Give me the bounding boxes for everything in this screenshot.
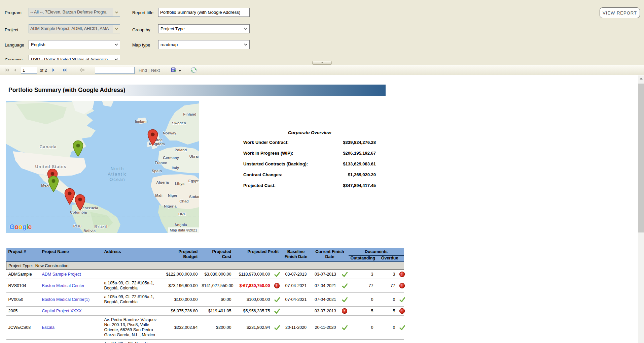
chevron-down-icon bbox=[112, 43, 120, 46]
program-label: Program bbox=[5, 10, 22, 15]
table-body: ADMSample ADM Sample Project $122,000,00… bbox=[6, 270, 404, 343]
alert-icon: ! bbox=[274, 283, 280, 288]
language-select[interactable]: English bbox=[29, 40, 120, 49]
report-title-input[interactable] bbox=[158, 8, 250, 17]
corporate-metric-label: Unstarted Contracts (Backlog): bbox=[243, 161, 308, 166]
cell-project-name: ADM Sample Project bbox=[40, 270, 102, 279]
program-value: -- All --, 7Eleven, Barzan Defense Progr… bbox=[29, 8, 113, 17]
cell-project-name: Escala bbox=[40, 316, 102, 340]
report-title-label: Report title bbox=[132, 10, 153, 15]
cell-documents-outstanding: 0 bbox=[349, 316, 375, 340]
map-copyright: Map data ©2021 bbox=[168, 227, 199, 233]
map-type-value: roadmap bbox=[158, 42, 242, 47]
map-country-label: Algeria bbox=[156, 180, 169, 184]
corporate-metric-row: Work in Progress (WIP): $206,195,192.67 bbox=[243, 151, 376, 161]
view-report-button[interactable]: VIEW REPORT bbox=[600, 7, 640, 18]
program-dropdown-arrow-icon[interactable] bbox=[113, 8, 120, 17]
search-text-input[interactable] bbox=[95, 67, 135, 74]
cell-projected-profit: $-67,830,750.00 bbox=[234, 279, 272, 293]
find-next-separator: | bbox=[148, 68, 149, 73]
corporate-metric-value: $133,629,083.61 bbox=[343, 161, 376, 166]
cell-profit-status-icon bbox=[272, 307, 281, 316]
cell-projected-cost: $200.00 bbox=[200, 316, 234, 340]
check-icon bbox=[399, 325, 402, 330]
cell-documents-outstanding: 77 bbox=[349, 279, 375, 293]
cell-current-finish-status-icon: ! bbox=[340, 307, 349, 316]
map-pin-icon-green[interactable] bbox=[72, 140, 84, 157]
corporate-overview: Corporate Overview Work Under Contract: … bbox=[243, 130, 376, 194]
col-header-projected-budget: Projected Budget bbox=[163, 248, 200, 262]
corporate-metric-value: $347,894,417.45 bbox=[343, 183, 376, 188]
cell-profit-status-icon bbox=[272, 340, 281, 343]
cell-overdue-status-icon bbox=[397, 316, 404, 340]
project-dropdown-arrow-icon[interactable] bbox=[113, 25, 120, 33]
cell-profit-status-icon: ! bbox=[272, 279, 281, 293]
language-value: English bbox=[29, 42, 112, 47]
back-to-parent-button[interactable] bbox=[78, 66, 86, 74]
cell-current-finish-status-icon bbox=[340, 270, 349, 279]
table-row: RVS0105 Hamilton Quad Maintenance Ac. 24… bbox=[6, 340, 404, 343]
project-link[interactable]: ADM Sample Project bbox=[42, 272, 81, 277]
google-logo: Google bbox=[9, 223, 32, 231]
corporate-metric-label: Projected Cost: bbox=[243, 183, 276, 188]
cell-baseline-finish-date: 03-07-2013 bbox=[281, 270, 311, 279]
map-country-label: Chad bbox=[179, 199, 189, 203]
chevron-down-icon bbox=[242, 43, 249, 46]
map-country-label: Germany bbox=[163, 156, 179, 160]
cell-projected-profit: $100,000.00 bbox=[234, 293, 272, 307]
cell-current-finish-date: 07-04-2021 bbox=[311, 279, 340, 293]
project-link[interactable]: Escala bbox=[42, 325, 55, 330]
check-icon bbox=[342, 325, 347, 330]
project-link[interactable]: Capital Project XXXX bbox=[42, 309, 82, 313]
map-pin-icon-red[interactable] bbox=[147, 129, 158, 146]
cell-documents-outstanding: 0 bbox=[349, 340, 375, 343]
cell-documents-overdue: 0 bbox=[375, 340, 397, 343]
previous-page-button[interactable] bbox=[11, 66, 19, 74]
ocean-label: North Atlantic Ocean bbox=[108, 166, 127, 182]
find-next-button[interactable]: Next bbox=[151, 68, 160, 73]
corporate-metric-row: Projected Cost: $347,894,417.45 bbox=[243, 183, 376, 194]
cell-documents-overdue: 5 bbox=[375, 307, 397, 316]
project-value: ADM Sample Project, ADMI, AHC01, AMA bbox=[29, 25, 113, 33]
refresh-button[interactable] bbox=[190, 66, 198, 74]
project-link[interactable]: Boston Medical Center bbox=[42, 283, 84, 288]
find-button[interactable]: Find bbox=[139, 68, 147, 73]
group-by-select[interactable]: Project Type bbox=[158, 24, 250, 33]
cell-project-name: Capital Project XXXX bbox=[40, 307, 102, 316]
parameters-splitter bbox=[0, 60, 644, 65]
map-pin-icon-red[interactable] bbox=[74, 194, 86, 211]
corporate-metric-row: Contract Changes: $1,269,920.20 bbox=[243, 172, 376, 183]
col-header-projected-profit: Projected Profit bbox=[234, 248, 281, 262]
next-page-button[interactable] bbox=[50, 66, 58, 74]
cell-projected-cost: $0.00 bbox=[200, 293, 234, 307]
cell-current-finish-status-icon bbox=[340, 340, 349, 343]
project-dropdown[interactable]: ADM Sample Project, ADMI, AHC01, AMA bbox=[29, 24, 120, 33]
map-country-label: Poland bbox=[175, 148, 187, 152]
parameter-panel: Program -- All --, 7Eleven, Barzan Defen… bbox=[0, 0, 644, 60]
export-menu-caret-icon[interactable] bbox=[179, 68, 181, 73]
export-button[interactable] bbox=[170, 66, 178, 74]
cell-current-finish-date: 20-11-2020 bbox=[311, 316, 340, 340]
program-dropdown[interactable]: -- All --, 7Eleven, Barzan Defense Progr… bbox=[29, 8, 120, 17]
collapse-parameters-handle[interactable] bbox=[312, 61, 332, 65]
map-pin-icon-red[interactable] bbox=[64, 188, 75, 205]
map-country-label: Brazil bbox=[94, 224, 108, 229]
map-country-label: France bbox=[155, 161, 167, 165]
map-type-select[interactable]: roadmap bbox=[158, 40, 250, 49]
cell-documents-overdue: 77 bbox=[375, 279, 397, 293]
alert-icon: ! bbox=[399, 308, 405, 314]
cell-project-number: JCWECS08 bbox=[6, 316, 40, 340]
check-icon bbox=[274, 325, 279, 330]
last-page-button[interactable] bbox=[61, 66, 69, 74]
page-number-input[interactable] bbox=[21, 67, 37, 74]
project-link[interactable]: Boston Medical Center(1) bbox=[42, 297, 90, 302]
cell-documents-outstanding: 0 bbox=[349, 293, 375, 307]
scroll-up-arrow-icon[interactable] bbox=[638, 75, 644, 82]
first-page-button[interactable] bbox=[3, 66, 11, 74]
vertical-scrollbar[interactable] bbox=[638, 75, 644, 343]
google-map[interactable]: CanadaUnited StatesIcelandSwedenNorwayUn… bbox=[6, 101, 199, 233]
col-header-outstanding: Outstanding bbox=[349, 255, 375, 262]
map-country-label: Italy bbox=[172, 166, 179, 170]
scrollbar-thumb[interactable] bbox=[638, 84, 644, 232]
map-pin-icon-green[interactable] bbox=[48, 176, 59, 192]
